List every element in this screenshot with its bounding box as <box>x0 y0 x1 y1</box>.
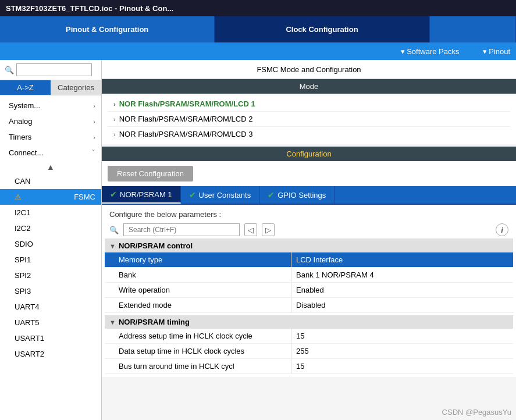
sidebar-item-analog[interactable]: Analog › <box>0 113 101 129</box>
mode-item-lcd1[interactable]: › NOR Flash/PSRAM/SRAM/ROM/LCD 1 <box>108 97 510 112</box>
tab-gpio-settings[interactable]: ✔ GPIO Settings <box>259 186 334 204</box>
param-value-bank[interactable]: Bank 1 NOR/PSRAM 4 <box>291 268 513 282</box>
expand-icon: ▲ <box>47 162 55 172</box>
collapse-icon: ▼ <box>109 243 116 250</box>
param-value-memory-type[interactable]: LCD Interface <box>291 252 513 267</box>
chevron-right-icon: › <box>113 131 116 138</box>
title-bar: STM32F103ZET6_TFTLCD.ioc - Pinout & Con.… <box>0 0 516 16</box>
search-input[interactable] <box>16 63 92 76</box>
check-icon: ✔ <box>189 190 196 200</box>
chevron-right-icon: › <box>93 134 95 141</box>
sidebar-item-can[interactable]: CAN <box>0 173 101 189</box>
param-value-extended-mode[interactable]: Disabled <box>291 298 513 312</box>
param-header: Configure the below parameters : <box>105 208 513 221</box>
mode-section-header: Mode <box>102 79 516 94</box>
param-search-input[interactable] <box>123 223 240 236</box>
search-bar: 🔍 <box>0 60 101 80</box>
main-layout: 🔍 A->Z Categories System... › Analog › T… <box>0 60 516 420</box>
warning-icon: ⚠ <box>15 193 22 201</box>
nor-psram-timing-group[interactable]: ▼ NOR/PSRAM timing <box>105 315 513 329</box>
sidebar-item-uart4[interactable]: UART4 <box>0 299 101 315</box>
tab-a-to-z[interactable]: A->Z <box>0 80 51 95</box>
tab-user-constants[interactable]: ✔ User Constants <box>181 186 260 204</box>
param-name-write-operation: Write operation <box>105 283 291 297</box>
param-name-addr-setup: Address setup time in HCLK clock cycle <box>105 329 291 343</box>
top-nav: Pinout & Configuration Clock Configurati… <box>0 16 516 42</box>
sidebar-item-system[interactable]: System... › <box>0 98 101 113</box>
software-packs-menu[interactable]: ▾ Software Packs <box>401 47 460 56</box>
param-name-bus-turn: Bus turn around time in HCLK cycl <box>105 359 291 373</box>
next-result-button[interactable]: ▷ <box>262 223 275 236</box>
check-icon: ✔ <box>268 190 275 200</box>
title-text: STM32F103ZET6_TFTLCD.ioc - Pinout & Con.… <box>6 4 173 13</box>
info-button[interactable]: i <box>496 223 508 236</box>
sidebar-item-i2c1[interactable]: I2C1 <box>0 205 101 220</box>
sidebar-item-i2c2[interactable]: I2C2 <box>0 220 101 236</box>
search-icon: 🔍 <box>109 226 119 234</box>
param-search-row: 🔍 ◁ ▷ i <box>105 221 513 239</box>
param-row-write-operation[interactable]: Write operation Enabled <box>105 283 513 298</box>
tab-nor-psram1[interactable]: ✔ NOR/PSRAM 1 <box>102 186 181 204</box>
sidebar-tabs: A->Z Categories <box>0 80 101 95</box>
sidebar-item-spi1[interactable]: SPI1 <box>0 252 101 268</box>
sidebar-sections: System... › Analog › Timers › Connect...… <box>0 95 101 364</box>
param-value-write-operation[interactable]: Enabled <box>291 283 513 297</box>
chevron-right-icon: › <box>113 101 116 108</box>
tab-categories[interactable]: Categories <box>51 80 101 95</box>
sidebar-item-spi2[interactable]: SPI2 <box>0 268 101 283</box>
param-name-extended-mode: Extended mode <box>105 298 291 312</box>
content-area: FSMC Mode and Configuration Mode › NOR F… <box>102 60 516 420</box>
param-row-data-setup[interactable]: Data setup time in HCLK clock cycles 255 <box>105 344 513 359</box>
mode-item-lcd2[interactable]: › NOR Flash/PSRAM/SRAM/ROM/LCD 2 <box>108 112 510 127</box>
sidebar-item-timers[interactable]: Timers › <box>0 129 101 145</box>
param-row-addr-setup[interactable]: Address setup time in HCLK clock cycle 1… <box>105 329 513 344</box>
tab-clock-config[interactable]: Clock Configuration <box>215 16 429 42</box>
param-name-memory-type: Memory type <box>105 252 291 267</box>
nor-psram-control-group[interactable]: ▼ NOR/PSRAM control <box>105 239 513 252</box>
config-header: Configuration <box>102 147 516 161</box>
sidebar-item-sdio[interactable]: SDIO <box>0 236 101 252</box>
param-row-extended-mode[interactable]: Extended mode Disabled <box>105 298 513 313</box>
chevron-down-icon: ˅ <box>92 149 95 156</box>
param-name-bank: Bank <box>105 268 291 282</box>
chevron-right-icon: › <box>93 102 95 109</box>
param-value-addr-setup[interactable]: 15 <box>291 329 513 343</box>
check-icon: ✔ <box>110 190 117 199</box>
tab-pinout-config[interactable]: Pinout & Configuration <box>0 16 215 42</box>
sidebar-item-uart5[interactable]: UART5 <box>0 315 101 330</box>
param-name-data-setup: Data setup time in HCLK clock cycles <box>105 344 291 358</box>
prev-result-button[interactable]: ◁ <box>244 223 257 236</box>
pinout-menu[interactable]: ▾ Pinout <box>483 47 510 56</box>
param-value-data-setup[interactable]: 255 <box>291 344 513 358</box>
sidebar: 🔍 A->Z Categories System... › Analog › T… <box>0 60 102 420</box>
mode-section: › NOR Flash/PSRAM/SRAM/ROM/LCD 1 › NOR F… <box>102 94 516 144</box>
sidebar-item-connectivity[interactable]: Connect... ˅ <box>0 145 101 161</box>
config-tabs: ✔ NOR/PSRAM 1 ✔ User Constants ✔ GPIO Se… <box>102 186 516 205</box>
sidebar-item-usart1[interactable]: USART1 <box>0 330 101 346</box>
chevron-right-icon: › <box>93 118 95 125</box>
param-row-bus-turn[interactable]: Bus turn around time in HCLK cycl 15 <box>105 359 513 374</box>
param-row-memory-type[interactable]: Memory type LCD Interface <box>105 252 513 268</box>
sub-nav: ▾ Software Packs ▾ Pinout <box>0 42 516 60</box>
content-header: FSMC Mode and Configuration <box>102 60 516 79</box>
tab-extra[interactable] <box>430 16 516 42</box>
reset-config-button[interactable]: Reset Configuration <box>108 166 193 181</box>
sidebar-item-fsmc[interactable]: ⚠ FSMC <box>0 189 101 205</box>
param-area: Configure the below parameters : 🔍 ◁ ▷ i… <box>102 205 516 377</box>
chevron-right-icon: › <box>113 116 116 123</box>
sidebar-item-spi3[interactable]: SPI3 <box>0 283 101 299</box>
search-icon: 🔍 <box>5 66 14 74</box>
param-value-bus-turn[interactable]: 15 <box>291 359 513 373</box>
collapse-icon: ▼ <box>109 319 116 326</box>
config-section: Configuration Reset Configuration ✔ NOR/… <box>102 147 516 377</box>
watermark: CSDN @PegasusYu <box>442 408 511 417</box>
sidebar-item-usart2[interactable]: USART2 <box>0 346 101 362</box>
param-row-bank[interactable]: Bank Bank 1 NOR/PSRAM 4 <box>105 268 513 283</box>
mode-item-lcd3[interactable]: › NOR Flash/PSRAM/SRAM/ROM/LCD 3 <box>108 127 510 141</box>
